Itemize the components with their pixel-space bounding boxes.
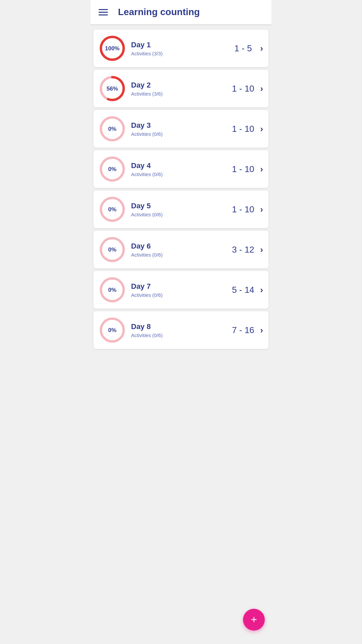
chevron-right-icon-4: › <box>260 164 263 174</box>
page-title: Learning counting <box>118 7 200 17</box>
day-activities-7: Activities (0/6) <box>131 292 231 298</box>
day-card-6[interactable]: 0% Day 6 Activities (0/6) 3 - 12 › <box>93 230 269 269</box>
day-info-5: Day 5 Activities (0/6) <box>131 202 231 217</box>
svg-text:0%: 0% <box>108 206 117 213</box>
day-activities-5: Activities (0/6) <box>131 212 231 217</box>
progress-circle-day-2: 56% <box>99 75 126 102</box>
svg-text:0%: 0% <box>108 247 117 253</box>
app-header: Learning counting <box>90 0 272 24</box>
day-range-4: 1 - 10 <box>231 164 255 174</box>
svg-text:0%: 0% <box>108 126 117 132</box>
day-range-5: 1 - 10 <box>231 204 255 215</box>
day-info-7: Day 7 Activities (0/6) <box>131 282 231 298</box>
chevron-right-icon-5: › <box>260 204 263 215</box>
day-title-8: Day 8 <box>131 322 231 331</box>
day-title-7: Day 7 <box>131 282 231 291</box>
progress-circle-day-5: 0% <box>99 196 126 223</box>
svg-text:0%: 0% <box>108 287 117 293</box>
svg-text:56%: 56% <box>107 86 118 92</box>
day-info-6: Day 6 Activities (0/6) <box>131 242 231 258</box>
day-activities-8: Activities (0/6) <box>131 332 231 338</box>
day-title-3: Day 3 <box>131 121 231 130</box>
day-card-8[interactable]: 0% Day 8 Activities (0/6) 7 - 16 › <box>93 311 269 349</box>
day-range-2: 1 - 10 <box>231 84 255 94</box>
day-activities-1: Activities (3/3) <box>131 51 231 56</box>
chevron-right-icon-7: › <box>260 285 263 295</box>
day-info-3: Day 3 Activities (0/6) <box>131 121 231 137</box>
day-card-5[interactable]: 0% Day 5 Activities (0/6) 1 - 10 › <box>93 190 269 228</box>
progress-circle-day-8: 0% <box>99 317 126 343</box>
day-title-2: Day 2 <box>131 81 231 90</box>
day-info-8: Day 8 Activities (0/6) <box>131 322 231 338</box>
progress-circle-day-7: 0% <box>99 276 126 303</box>
day-activities-3: Activities (0/6) <box>131 131 231 137</box>
day-title-6: Day 6 <box>131 242 231 251</box>
day-activities-2: Activities (3/6) <box>131 91 231 97</box>
progress-circle-day-3: 0% <box>99 115 126 142</box>
day-info-4: Day 4 Activities (0/6) <box>131 161 231 177</box>
day-card-1[interactable]: 100% Day 1 Activities (3/3) 1 - 5 › <box>93 29 269 67</box>
svg-text:0%: 0% <box>108 327 117 333</box>
progress-circle-day-6: 0% <box>99 236 126 263</box>
day-activities-4: Activities (0/6) <box>131 171 231 177</box>
day-info-2: Day 2 Activities (3/6) <box>131 81 231 97</box>
day-title-1: Day 1 <box>131 41 231 49</box>
day-activities-6: Activities (0/6) <box>131 252 231 258</box>
day-range-1: 1 - 5 <box>231 43 255 54</box>
progress-circle-day-1: 100% <box>99 35 126 62</box>
day-card-3[interactable]: 0% Day 3 Activities (0/6) 1 - 10 › <box>93 110 269 148</box>
day-card-7[interactable]: 0% Day 7 Activities (0/6) 5 - 14 › <box>93 271 269 309</box>
day-card-2[interactable]: 56% Day 2 Activities (3/6) 1 - 10 › <box>93 69 269 108</box>
day-range-3: 1 - 10 <box>231 124 255 134</box>
day-title-4: Day 4 <box>131 161 231 170</box>
day-info-1: Day 1 Activities (3/3) <box>131 41 231 56</box>
day-range-6: 3 - 12 <box>231 245 255 255</box>
day-title-5: Day 5 <box>131 202 231 210</box>
menu-icon[interactable] <box>99 9 108 15</box>
days-list: 100% Day 1 Activities (3/3) 1 - 5 › 56% … <box>90 24 272 354</box>
day-range-7: 5 - 14 <box>231 285 255 295</box>
chevron-right-icon-1: › <box>260 43 263 54</box>
chevron-right-icon-2: › <box>260 84 263 94</box>
chevron-right-icon-8: › <box>260 325 263 335</box>
svg-text:0%: 0% <box>108 166 117 172</box>
day-range-8: 7 - 16 <box>231 325 255 335</box>
svg-text:100%: 100% <box>105 45 119 52</box>
chevron-right-icon-6: › <box>260 245 263 255</box>
day-card-4[interactable]: 0% Day 4 Activities (0/6) 1 - 10 › <box>93 150 269 188</box>
chevron-right-icon-3: › <box>260 124 263 134</box>
progress-circle-day-4: 0% <box>99 156 126 182</box>
